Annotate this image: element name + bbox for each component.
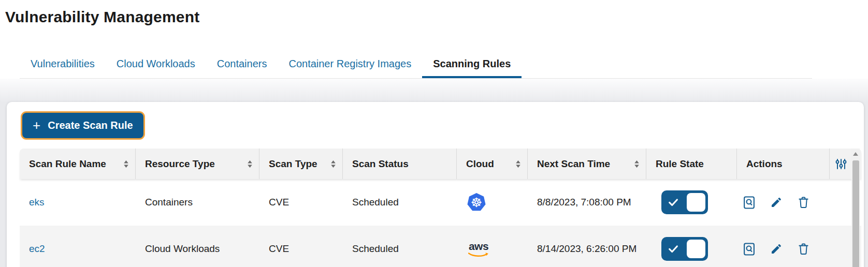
sort-icon[interactable] bbox=[247, 160, 253, 168]
resource-type-cell: Containers bbox=[136, 179, 259, 226]
next-scan-time-cell: 8/14/2023, 6:26:00 PM bbox=[528, 226, 646, 267]
create-scan-rule-button[interactable]: + Create Scan Rule bbox=[22, 113, 143, 138]
aws-smile bbox=[468, 252, 489, 258]
table-row-eks: eks Containers CVE Scheduled ☸ 8/8/2023,… bbox=[20, 179, 861, 226]
resource-type-cell: Cloud Workloads bbox=[136, 226, 259, 267]
column-label: Scan Status bbox=[352, 158, 409, 170]
column-header-rule-state: Rule State bbox=[646, 149, 737, 179]
delete-icon[interactable] bbox=[798, 243, 809, 256]
scan-status-cell: Scheduled bbox=[343, 226, 457, 267]
column-label: Resource Type bbox=[145, 158, 215, 170]
scroll-up-arrow-icon[interactable] bbox=[853, 152, 858, 156]
page-background: + Create Scan Rule Scan Rule Name Resour… bbox=[0, 79, 868, 267]
column-label: Rule State bbox=[656, 158, 704, 170]
tab-scanning-rules[interactable]: Scanning Rules bbox=[422, 50, 522, 78]
check-icon bbox=[668, 197, 679, 208]
tab-label: Vulnerabilities bbox=[31, 58, 95, 70]
column-settings-icon[interactable] bbox=[835, 158, 847, 170]
tab-bar: Vulnerabilities Cloud Workloads Containe… bbox=[20, 50, 812, 79]
rule-state-toggle[interactable] bbox=[661, 237, 708, 261]
tab-label: Containers bbox=[217, 58, 267, 70]
scanning-rules-panel: + Create Scan Rule Scan Rule Name Resour… bbox=[7, 102, 864, 267]
column-label: Next Scan Time bbox=[537, 158, 610, 170]
column-header-scan-status: Scan Status bbox=[343, 149, 457, 179]
kubernetes-wheel-glyph: ☸ bbox=[471, 196, 482, 209]
toggle-knob[interactable] bbox=[687, 193, 705, 212]
view-report-icon[interactable] bbox=[743, 243, 755, 256]
rule-state-toggle[interactable] bbox=[661, 190, 708, 214]
aws-icon: aws bbox=[467, 241, 490, 258]
scan-type-cell: CVE bbox=[259, 226, 343, 267]
view-report-icon[interactable] bbox=[743, 196, 755, 209]
sort-icon[interactable] bbox=[330, 160, 336, 168]
vertical-scrollbar[interactable] bbox=[851, 149, 860, 267]
sort-icon[interactable] bbox=[634, 160, 640, 168]
tab-label: Scanning Rules bbox=[433, 58, 511, 70]
column-label: Actions bbox=[746, 158, 783, 170]
table-header-row: Scan Rule Name Resource Type Scan Type S… bbox=[20, 149, 861, 179]
column-header-cloud[interactable]: Cloud bbox=[457, 149, 528, 179]
tab-container-registry-images[interactable]: Container Registry Images bbox=[278, 50, 422, 78]
column-header-scan-rule-name[interactable]: Scan Rule Name bbox=[20, 149, 136, 179]
tab-cloud-workloads[interactable]: Cloud Workloads bbox=[106, 50, 206, 78]
column-header-next-scan-time[interactable]: Next Scan Time bbox=[528, 149, 646, 179]
sort-icon[interactable] bbox=[123, 160, 129, 168]
column-label: Scan Rule Name bbox=[29, 158, 106, 170]
tab-vulnerabilities[interactable]: Vulnerabilities bbox=[20, 50, 106, 78]
next-scan-time-cell: 8/8/2023, 7:08:00 PM bbox=[528, 179, 646, 226]
check-icon bbox=[668, 243, 679, 255]
aws-wordmark: aws bbox=[469, 241, 488, 251]
column-label: Cloud bbox=[466, 158, 494, 170]
column-header-scan-type[interactable]: Scan Type bbox=[259, 149, 343, 179]
scrollbar-thumb[interactable] bbox=[852, 160, 859, 267]
table-row-ec2: ec2 Cloud Workloads CVE Scheduled aws 8/… bbox=[20, 226, 861, 267]
scan-rule-name-link[interactable]: eks bbox=[29, 197, 45, 208]
scan-rules-table: Scan Rule Name Resource Type Scan Type S… bbox=[20, 149, 861, 267]
create-scan-rule-label: Create Scan Rule bbox=[48, 120, 133, 131]
tab-containers[interactable]: Containers bbox=[206, 50, 278, 78]
scan-type-cell: CVE bbox=[259, 179, 343, 226]
kubernetes-icon: ☸ bbox=[467, 193, 486, 212]
column-header-actions: Actions bbox=[737, 149, 830, 179]
scan-rule-name-link[interactable]: ec2 bbox=[29, 243, 45, 255]
plus-icon: + bbox=[33, 118, 40, 132]
toggle-knob[interactable] bbox=[687, 240, 705, 258]
column-header-resource-type[interactable]: Resource Type bbox=[136, 149, 259, 179]
delete-icon[interactable] bbox=[798, 196, 809, 209]
edit-icon[interactable] bbox=[770, 196, 783, 209]
tab-label: Cloud Workloads bbox=[117, 58, 195, 70]
sort-icon[interactable] bbox=[515, 160, 521, 168]
edit-icon[interactable] bbox=[770, 243, 783, 255]
column-label: Scan Type bbox=[269, 158, 317, 170]
scan-status-cell: Scheduled bbox=[343, 179, 457, 226]
page-title: Vulnerability Management bbox=[5, 8, 199, 26]
tab-label: Container Registry Images bbox=[288, 58, 411, 70]
